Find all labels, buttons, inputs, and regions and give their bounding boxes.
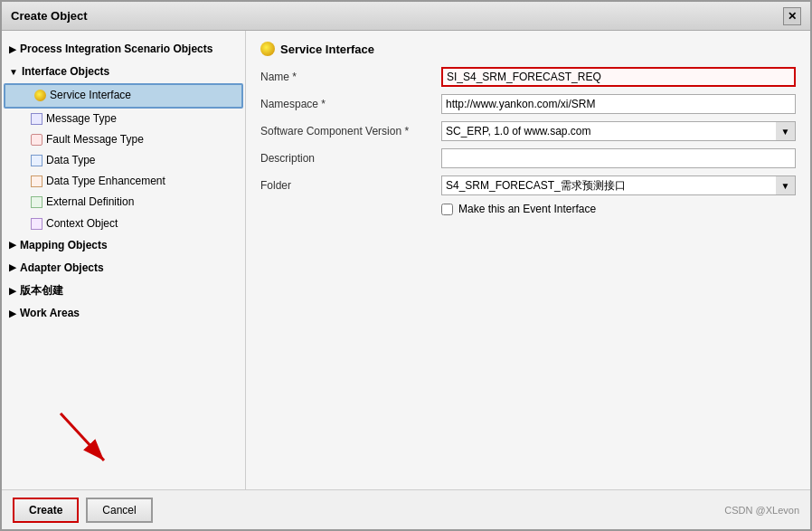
sidebar-item-external-definition[interactable]: External Definition [2,192,245,213]
watermark-text: CSDN @XLevon [724,505,799,516]
folder-label: Folder [260,179,441,192]
sidebar-item-version-create[interactable]: ▶ 版本创建 [2,280,245,302]
left-panel: ▶ Process Integration Scenario Objects ▼… [2,31,246,489]
create-button[interactable]: Create [13,498,79,523]
right-panel: Service Interface Name * Namespace * Sof… [246,31,810,489]
folder-browse-button[interactable]: ▼ [776,175,796,195]
description-input[interactable] [441,148,796,168]
name-row: Name * [260,67,796,87]
service-interface-header-icon [260,42,275,56]
folder-input-group: ▼ [441,175,796,195]
fault-message-type-icon [31,134,42,146]
expand-arrow-icon: ▶ [9,307,16,321]
create-object-dialog: Create Object ✕ ▶ Process Integration Sc… [0,0,812,531]
sidebar-item-context-object[interactable]: Context Object [2,213,245,234]
sidebar-item-label: Mapping Objects [20,237,108,254]
sidebar-item-label: 版本创建 [20,282,63,299]
namespace-label: Namespace * [260,98,441,110]
sidebar-item-label: Data Type Enhancement [46,173,165,190]
data-type-enhancement-icon [31,175,42,187]
software-component-input[interactable] [441,121,776,141]
message-type-icon [31,113,42,125]
event-interface-checkbox[interactable] [441,204,453,215]
sidebar-item-data-type-enhancement[interactable]: Data Type Enhancement [2,171,245,192]
cancel-button[interactable]: Cancel [86,498,152,523]
sidebar-item-label: Process Integration Scenario Objects [20,41,212,58]
description-row: Description [260,148,796,168]
sidebar-item-message-type[interactable]: Message Type [2,109,245,129]
sidebar-item-label: External Definition [46,194,134,211]
software-component-browse-button[interactable]: ▼ [776,121,796,141]
sidebar-item-mapping-objects[interactable]: ▶ Mapping Objects [2,234,245,257]
expand-arrow-icon: ▼ [9,65,18,80]
context-object-icon [31,218,42,230]
description-label: Description [260,152,441,165]
sidebar-item-label: Message Type [46,110,117,128]
footer: Create Cancel CSDN @XLevon [2,489,810,529]
footer-actions: Create Cancel [13,498,153,523]
software-component-input-group: ▼ [441,121,796,141]
event-interface-label: Make this an Event Interface [458,203,596,215]
sidebar-item-label: Adapter Objects [20,260,104,277]
sidebar-item-label: Interface Objects [22,63,109,81]
title-bar: Create Object ✕ [2,2,810,31]
close-button[interactable]: ✕ [783,7,801,25]
name-label: Name * [260,71,441,83]
sidebar-item-fault-message-type[interactable]: Fault Message Type [2,129,245,150]
sidebar-item-label: Data Type [46,152,95,169]
service-interface-icon [34,90,46,101]
namespace-row: Namespace * [260,94,796,114]
sidebar-item-label: Context Object [46,215,118,232]
event-interface-row: Make this an Event Interface [441,203,796,215]
software-component-row: Software Component Version * ▼ [260,121,796,141]
main-content: ▶ Process Integration Scenario Objects ▼… [2,31,810,489]
sidebar-item-data-type[interactable]: Data Type [2,150,245,171]
sidebar-item-interface-objects[interactable]: ▼ Interface Objects [2,61,245,83]
expand-arrow-icon: ▶ [9,284,16,299]
expand-arrow-icon: ▶ [9,238,16,252]
sidebar-item-label: Service Interface [50,87,131,104]
form-header: Service Interface [260,42,796,56]
sidebar-item-service-interface[interactable]: Service Interface [4,83,243,108]
sidebar-item-adapter-objects[interactable]: ▶ Adapter Objects [2,257,245,280]
expand-arrow-icon: ▶ [9,43,16,57]
expand-arrow-icon: ▶ [9,261,16,275]
sidebar-item-label: Work Areas [20,305,80,322]
sidebar-item-process-integration[interactable]: ▶ Process Integration Scenario Objects [2,38,245,61]
external-definition-icon [31,196,42,208]
folder-input[interactable] [441,175,776,195]
name-input[interactable] [441,67,796,87]
form-header-title: Service Interface [280,43,374,56]
sidebar-item-label: Fault Message Type [46,131,144,148]
software-component-label: Software Component Version * [260,125,441,137]
namespace-input[interactable] [441,94,796,114]
sidebar-item-work-areas[interactable]: ▶ Work Areas [2,302,245,325]
data-type-icon [31,155,42,166]
dialog-title: Create Object [11,9,88,23]
folder-row: Folder ▼ [260,175,796,195]
